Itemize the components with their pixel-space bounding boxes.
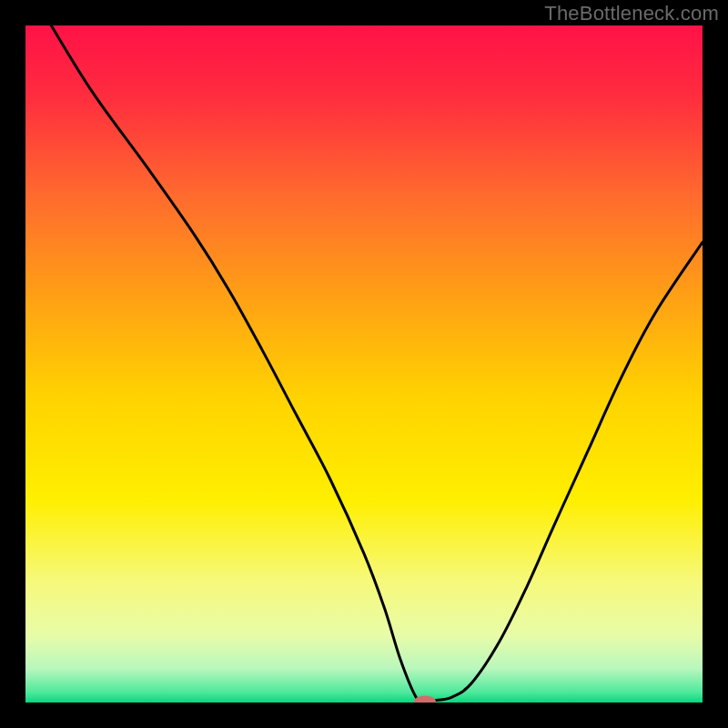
- chart-frame: TheBottleneck.com: [0, 0, 728, 728]
- bottleneck-chart: [25, 25, 703, 703]
- plot-background: [25, 25, 703, 703]
- watermark-text: TheBottleneck.com: [544, 2, 719, 25]
